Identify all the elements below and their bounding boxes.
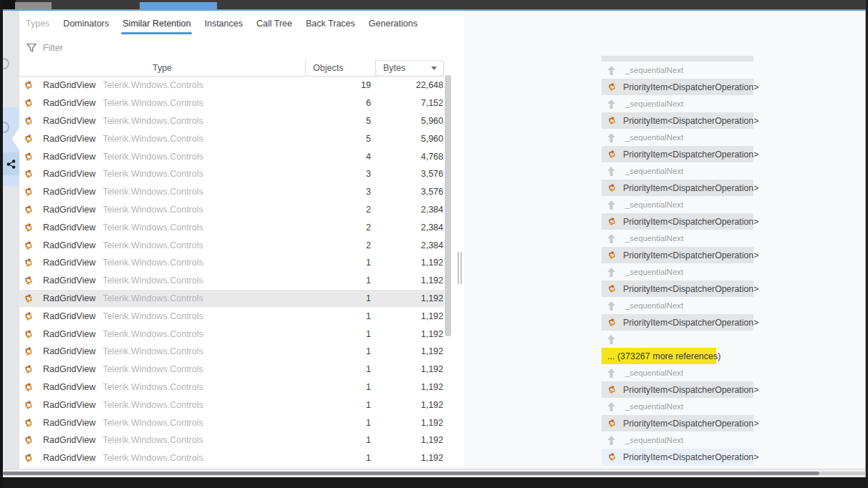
snapshot-circle-icon[interactable]	[3, 58, 9, 69]
class-type-icon	[24, 187, 34, 197]
bytes-value: 3,576	[375, 187, 444, 197]
type-name: RadGridView	[43, 453, 95, 463]
type-namespace: Telerik.Windows.Controls	[102, 453, 203, 463]
bytes-value: 2,384	[375, 223, 444, 233]
column-header-bytes[interactable]: Bytes	[375, 60, 444, 77]
tab-instances[interactable]: Instances	[204, 14, 243, 34]
retention-graph-icon	[6, 160, 16, 169]
reference-field-label: _sequentialNext	[625, 436, 683, 444]
object-node[interactable]: PriorityItem<DispatcherOperation>	[602, 146, 753, 162]
table-row[interactable]: RadGridViewTelerik.Windows.Controls1922,…	[19, 77, 444, 94]
tab-dominators[interactable]: Dominators	[63, 14, 109, 34]
table-row[interactable]: RadGridViewTelerik.Windows.Controls67,15…	[19, 94, 444, 112]
table-row[interactable]: RadGridViewTelerik.Windows.Controls11,19…	[19, 449, 444, 467]
table-row[interactable]: RadGridViewTelerik.Windows.Controls11,19…	[19, 254, 444, 272]
table-row[interactable]: RadGridViewTelerik.Windows.Controls11,19…	[19, 396, 444, 414]
table-row[interactable]: RadGridViewTelerik.Windows.Controls33,57…	[19, 183, 444, 201]
objects-count: 1	[309, 453, 375, 463]
object-node[interactable]: PriorityItem<DispatcherOperation>	[602, 247, 753, 263]
sort-dropdown-caret-icon[interactable]	[431, 67, 437, 70]
object-node-partial[interactable]	[602, 56, 753, 62]
tab-label: Similar Retention	[122, 19, 191, 29]
reference-row: _sequentialNext	[602, 398, 753, 415]
type-name: RadGridView	[43, 134, 95, 144]
table-row[interactable]: RadGridViewTelerik.Windows.Controls11,19…	[19, 343, 444, 361]
panel-splitter[interactable]	[453, 11, 464, 469]
table-row[interactable]: RadGridViewTelerik.Windows.Controls11,19…	[19, 307, 444, 325]
class-type-icon	[24, 258, 34, 268]
horizontal-scrollbar-rest	[819, 472, 866, 475]
reference-field-label: _sequentialNext	[625, 301, 683, 310]
snapshot-circle-icon[interactable]	[3, 122, 9, 133]
bytes-value: 1,192	[375, 400, 444, 410]
table-row[interactable]: RadGridViewTelerik.Windows.Controls11,19…	[19, 272, 444, 290]
table-row[interactable]: RadGridViewTelerik.Windows.Controls22,38…	[19, 236, 444, 254]
object-node[interactable]: PriorityItem<DispatcherOperation>	[602, 381, 753, 398]
bytes-value: 1,192	[375, 275, 444, 286]
type-namespace: Telerik.Windows.Controls	[102, 293, 203, 303]
horizontal-scrollbar-thumb[interactable]	[3, 472, 819, 475]
chrome-active-tab[interactable]	[140, 2, 217, 9]
object-node[interactable]: PriorityItem<DispatcherOperation>	[602, 180, 753, 196]
table-row[interactable]: RadGridViewTelerik.Windows.Controls11,19…	[19, 325, 444, 343]
tab-label: Call Tree	[256, 19, 292, 29]
chrome-inactive-tab[interactable]	[15, 2, 52, 9]
table-row[interactable]: RadGridViewTelerik.Windows.Controls11,19…	[19, 431, 444, 449]
tab-label: Instances	[204, 19, 243, 29]
tab-generations[interactable]: Generations	[369, 14, 418, 34]
table-row[interactable]: RadGridViewTelerik.Windows.Controls22,38…	[19, 218, 444, 236]
tab-back-traces[interactable]: Back Traces	[306, 14, 355, 34]
more-references-highlight[interactable]: ... (373267 more references)	[602, 348, 716, 364]
object-node[interactable]: PriorityItem<DispatcherOperation>	[602, 314, 753, 331]
table-row[interactable]: RadGridViewTelerik.Windows.Controls44,76…	[19, 147, 444, 165]
type-name: RadGridView	[43, 435, 95, 445]
type-namespace: Telerik.Windows.Controls	[102, 346, 203, 356]
object-node[interactable]: PriorityItem<DispatcherOperation>	[602, 449, 753, 465]
bytes-value: 1,192	[375, 453, 444, 463]
object-node[interactable]: PriorityItem<DispatcherOperation>	[602, 280, 753, 297]
table-row[interactable]: RadGridViewTelerik.Windows.Controls33,57…	[19, 165, 444, 183]
funnel-icon	[26, 43, 37, 53]
object-node[interactable]: PriorityItem<DispatcherOperation>	[602, 213, 753, 230]
objects-count: 1	[309, 311, 375, 321]
up-arrow-icon	[607, 66, 615, 75]
objects-count: 1	[309, 329, 375, 339]
class-type-icon	[24, 311, 34, 321]
retention-analysis-button[interactable]	[3, 152, 19, 175]
object-node[interactable]: PriorityItem<DispatcherOperation>	[602, 415, 753, 431]
table-vertical-scrollbar[interactable]	[445, 75, 451, 336]
retention-graph-panel: _sequentialNextPriorityItem<DispatcherOp…	[464, 11, 866, 469]
table-row[interactable]: RadGridViewTelerik.Windows.Controls55,96…	[19, 112, 444, 130]
up-arrow-icon	[607, 436, 615, 445]
type-namespace: Telerik.Windows.Controls	[102, 382, 203, 392]
tab-similar-retention[interactable]: Similar Retention	[122, 14, 191, 34]
table-row[interactable]: RadGridViewTelerik.Windows.Controls22,38…	[19, 201, 444, 219]
up-arrow-icon	[607, 301, 615, 311]
table-row[interactable]: RadGridViewTelerik.Windows.Controls11,19…	[19, 290, 444, 308]
filter-field[interactable]: Filter	[26, 42, 63, 54]
object-node[interactable]: PriorityItem<DispatcherOperation>	[602, 79, 753, 95]
objects-count: 1	[309, 418, 375, 428]
tab-types[interactable]: Types	[26, 14, 49, 34]
table-row[interactable]: RadGridViewTelerik.Windows.Controls11,19…	[19, 379, 444, 396]
more-references-label: ... (373267 more references)	[607, 351, 720, 361]
column-header-bytes-label: Bytes	[383, 61, 405, 76]
objects-count: 1	[309, 435, 375, 445]
column-header-type[interactable]: Type	[19, 60, 305, 76]
up-arrow-icon	[607, 335, 615, 344]
table-row[interactable]: RadGridViewTelerik.Windows.Controls11,19…	[19, 414, 444, 431]
table-row[interactable]: RadGridViewTelerik.Windows.Controls11,19…	[19, 361, 444, 379]
type-namespace: Telerik.Windows.Controls	[102, 169, 203, 179]
object-node[interactable]: PriorityItem<DispatcherOperation>	[602, 112, 753, 129]
tab-call-tree[interactable]: Call Tree	[256, 14, 292, 34]
column-header-objects[interactable]: Objects	[305, 60, 375, 76]
up-arrow-icon	[607, 402, 615, 411]
class-type-icon	[24, 134, 34, 144]
reference-field-label: _sequentialNext	[625, 66, 683, 74]
horizontal-scrollbar[interactable]	[3, 469, 866, 477]
reference-row: _sequentialNext	[602, 196, 753, 213]
class-type-icon	[24, 364, 34, 374]
table-row[interactable]: RadGridViewTelerik.Windows.Controls55,96…	[19, 130, 444, 147]
splitter-grip[interactable]	[458, 252, 462, 284]
objects-count: 19	[309, 80, 375, 90]
